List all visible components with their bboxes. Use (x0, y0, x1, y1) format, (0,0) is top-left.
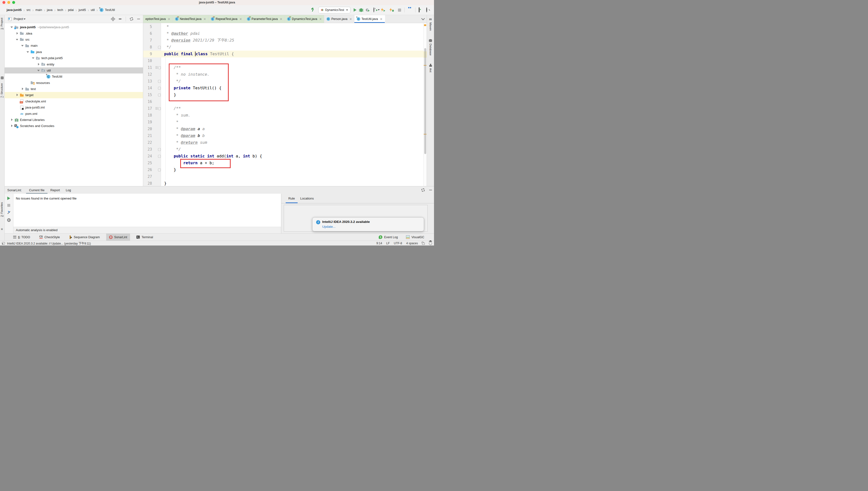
stripe-project-button[interactable]: 1: Project (0, 18, 3, 30)
breadcrumb-item[interactable]: main (35, 8, 42, 12)
tree-expand-arrow[interactable] (21, 87, 24, 90)
close-tab-icon[interactable]: ✕ (349, 18, 352, 21)
breadcrumb-item[interactable]: tech (57, 8, 63, 12)
line-number[interactable]: 13 (143, 78, 155, 85)
run-configuration-select[interactable]: DynamicsTest (318, 7, 350, 13)
toolwindow-button-sequence-diagram[interactable]: Sequence Diagram (66, 234, 103, 241)
build-hammer-icon[interactable] (311, 8, 315, 12)
line-number[interactable]: 21 (143, 132, 155, 139)
update-link[interactable]: Update... (322, 225, 335, 228)
line-number[interactable]: 22 (143, 139, 155, 146)
fold-marker-icon[interactable] (158, 80, 161, 83)
editor-tab-dynamicstest-java[interactable]: CDynamicsTest.java✕ (285, 15, 324, 23)
tree-row-entity[interactable]: entity (5, 61, 143, 67)
breadcrumb-item[interactable]: pdai (68, 8, 74, 12)
stripe-structure-button[interactable]: 7: Structure (0, 83, 3, 97)
editor-tab-person-java[interactable]: CPerson.java✕ (324, 15, 354, 23)
tree-expand-arrow[interactable] (26, 50, 29, 54)
line-number[interactable]: 17 (143, 105, 155, 112)
fold-marker-icon[interactable] (158, 66, 161, 69)
code-line[interactable]: 7 * @version 2021/1/29 下午8:25 (143, 37, 423, 44)
fold-marker-icon[interactable] (158, 169, 161, 171)
stop-analysis-icon[interactable] (7, 204, 10, 207)
minimize-window-button[interactable] (7, 1, 10, 4)
line-number[interactable]: 16 (143, 98, 155, 105)
caret-position[interactable]: 9:14 (377, 241, 382, 245)
code-line[interactable]: 27 (143, 173, 423, 180)
tree-expand-arrow[interactable] (16, 93, 19, 96)
tree-row-java-junit5[interactable]: java-junit5~/pdai/www/java-junit5 (5, 24, 143, 30)
tree-row-scratches-and-consoles[interactable]: >Scratches and Consoles (5, 123, 143, 129)
tree-expand-arrow[interactable] (10, 26, 13, 29)
fold-marker-icon[interactable] (158, 46, 161, 49)
stripe-database-button[interactable]: Database (429, 39, 432, 56)
line-number[interactable]: 27 (143, 173, 155, 180)
tab-current-file[interactable]: Current file (26, 186, 48, 194)
doc-comment-icon[interactable] (155, 107, 158, 110)
doc-comment-icon[interactable] (155, 66, 158, 69)
editor-tab-repeattest-java[interactable]: CRepeatTest.java✕ (209, 15, 245, 23)
debug-lightning-button[interactable] (389, 8, 395, 12)
code-line[interactable]: 6 * @author pdai (143, 30, 423, 37)
fold-marker-icon[interactable] (158, 87, 161, 90)
tree-expand-arrow[interactable] (16, 32, 19, 35)
editor-tab-nestedtest-java[interactable]: CNestedTest.java✕ (173, 15, 209, 23)
code-line[interactable]: 18 * sum. (143, 112, 423, 119)
stripe-ant-button[interactable]: Ant (429, 64, 432, 72)
close-tab-icon[interactable]: ✕ (168, 18, 170, 21)
tree-row-pom-xml[interactable]: mpom.xml (5, 111, 143, 117)
profiler-button[interactable] (373, 8, 378, 12)
stop-button[interactable] (398, 8, 401, 12)
status-message[interactable]: IntelliJ IDEA 2020.3.2 available: // Upd… (7, 241, 91, 245)
close-tab-icon[interactable]: ✕ (204, 18, 206, 21)
tab-rule[interactable]: Rule (286, 194, 298, 203)
run-lightning-button[interactable] (381, 8, 386, 12)
tree-row-main[interactable]: main (5, 42, 143, 49)
line-number[interactable]: 28 (143, 180, 155, 186)
code-line[interactable]: 22 * @return sum (143, 139, 423, 146)
highlighting-level-icon[interactable] (429, 242, 432, 245)
gear-icon[interactable] (421, 188, 425, 192)
toolwindow-button-6-todo[interactable]: 6: TODO (10, 234, 33, 241)
chevron-down-icon[interactable] (24, 19, 26, 21)
tree-row-util[interactable]: util (5, 67, 143, 74)
debug-button[interactable] (360, 8, 363, 12)
line-number[interactable]: 5 (143, 23, 155, 30)
scrollbar-thumb[interactable] (424, 48, 426, 154)
file-encoding[interactable]: UTF-8 (394, 241, 402, 245)
tree-expand-arrow[interactable] (16, 38, 19, 41)
tree-row-tech-pdai-junit5[interactable]: tech.pdai.junit5 (5, 55, 143, 61)
toolwindow-button-sonarlint[interactable]: SonarLint (106, 234, 130, 241)
close-tab-icon[interactable]: ✕ (319, 18, 322, 21)
editor-tab-testutil-java[interactable]: CTestUtil.java✕ (354, 15, 385, 23)
close-tab-icon[interactable]: ✕ (239, 18, 242, 21)
line-number[interactable]: 20 (143, 125, 155, 132)
editor-tab-eptiontest-java[interactable]: eptionTest.java✕ (143, 15, 173, 23)
toolwindow-button-checkstyle[interactable]: CSCheckStyle (36, 234, 63, 241)
line-number[interactable]: 11 (143, 64, 155, 71)
hide-panel-icon[interactable] (429, 190, 432, 191)
code-line[interactable]: 20 * @param a a (143, 125, 423, 132)
toolwindow-button-event-log[interactable]: 1Event Log (376, 234, 401, 241)
tree-row-external-libraries[interactable]: External Libraries (5, 117, 143, 123)
line-separator[interactable]: LF (386, 241, 390, 245)
line-number[interactable]: 7 (143, 37, 155, 44)
stripe-favorites-button[interactable]: 2: Favorites (0, 202, 3, 217)
hidden-tabs-chevron[interactable] (419, 15, 427, 23)
analyze-play-icon[interactable] (7, 197, 10, 200)
configure-icon[interactable] (7, 211, 11, 214)
search-everywhere-icon[interactable] (426, 8, 431, 12)
line-number[interactable]: 24 (143, 153, 155, 160)
structure-tool-icon[interactable] (1, 77, 4, 79)
breadcrumb-item[interactable]: src (27, 8, 31, 12)
tab-report[interactable]: Report (48, 186, 63, 194)
code-line[interactable]: 5 * (143, 23, 423, 30)
run-anything-icon[interactable] (419, 8, 423, 12)
code-line[interactable]: 17 /** (143, 105, 423, 112)
tree-row--idea[interactable]: .idea (5, 30, 143, 36)
collapse-all-icon[interactable] (118, 17, 122, 21)
breadcrumb-item[interactable]: CTestUtil (100, 8, 115, 12)
code-line[interactable]: 21 * @param b b (143, 132, 423, 139)
line-number[interactable]: 23 (143, 146, 155, 153)
tree-row-target[interactable]: target (5, 92, 143, 98)
